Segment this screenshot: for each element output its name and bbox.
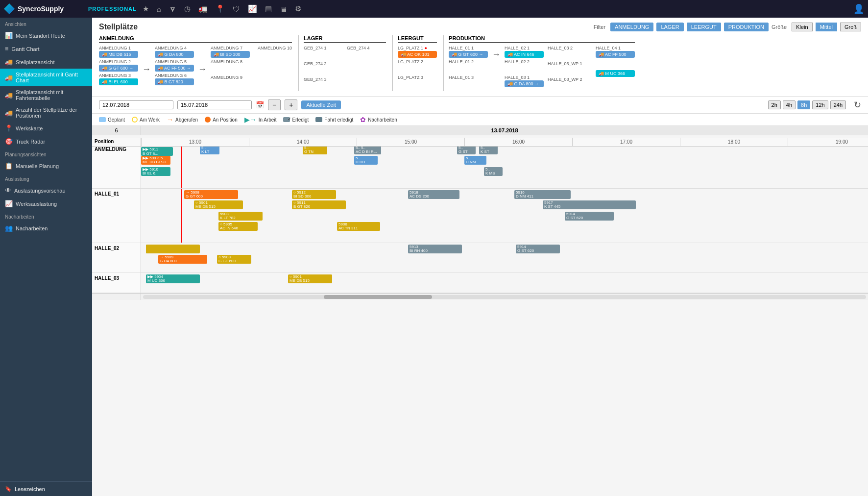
truck-halle04-1[interactable]: 🚚 AC FF 500 xyxy=(596,51,635,58)
size-klein[interactable]: Klein xyxy=(792,23,812,31)
truck-halle02-uc[interactable]: 🚚 M UC 366 xyxy=(596,70,635,77)
bar-5916[interactable]: 5916D NM 411 xyxy=(514,190,571,199)
bar-5904[interactable]: ▶▶ 5904M UC 366 xyxy=(146,274,200,283)
truck-anmeldung-6[interactable]: 🚚 B GT 820 xyxy=(155,78,194,85)
nav-group[interactable]: ⛛ xyxy=(169,5,176,13)
lesezeichen[interactable]: 🔖 Lesezeichen xyxy=(0,481,92,496)
nav-home[interactable]: ⌂ xyxy=(157,5,161,13)
range-4h[interactable]: 4h xyxy=(783,100,796,109)
nav-truck[interactable]: 🚛 xyxy=(198,4,208,13)
gantt-scrollbar[interactable] xyxy=(92,293,868,300)
bar-5911-h01[interactable]: ○ 5911B GT 820 xyxy=(292,200,346,209)
bar-5914-h01[interactable]: 5914G ST 620 xyxy=(565,212,614,221)
bar-5901-h01[interactable]: ○ 5901ME DB 515 xyxy=(194,200,243,209)
bar-5911-h02[interactable]: ○ 5911 xyxy=(146,245,200,253)
bar-5-dhh[interactable]: 5..D HH xyxy=(354,156,378,165)
decrease-date-btn[interactable]: − xyxy=(268,99,281,110)
bar-5909[interactable]: → 5909G DA 800 xyxy=(158,255,207,264)
nav-clock[interactable]: ◷ xyxy=(184,4,191,13)
filter-lager[interactable]: LAGER xyxy=(656,23,683,31)
arrow-1: → xyxy=(142,50,151,89)
sidebar-label-gantt: Gantt Chart xyxy=(12,46,40,52)
sidebar-item-werkskarte[interactable]: 📍 Werkskarte xyxy=(0,122,92,135)
size-mittel[interactable]: Mittel xyxy=(816,23,837,31)
truck-anmeldung-2[interactable]: 🚚 G GT 600 → xyxy=(99,65,138,72)
brand-name: SyncroSupply xyxy=(18,5,64,13)
bar-5-acd[interactable]: 5.. 5..AC D BI R... xyxy=(354,146,381,154)
refresh-icon[interactable]: ↻ xyxy=(854,99,861,110)
section-planung: Planungsansichten xyxy=(0,148,92,159)
scrollbar-track-area[interactable] xyxy=(141,295,868,299)
filter-leergut[interactable]: LEERGUT xyxy=(687,23,721,31)
date-from-input[interactable] xyxy=(99,100,173,109)
range-12h[interactable]: 12h xyxy=(812,100,828,109)
scrollbar-thumb[interactable] xyxy=(324,295,432,299)
filter-anmeldung[interactable]: ANMELDUNG xyxy=(610,23,653,31)
truck-halle03-1[interactable]: 🚚 G DA 800 → xyxy=(505,80,544,87)
truck-anmeldung-7[interactable]: 🚚 BI SD 300 xyxy=(211,51,250,58)
range-2h[interactable]: 2h xyxy=(768,100,781,109)
truck-halle02-1[interactable]: 🚚 AC IN 646 xyxy=(505,51,544,58)
bar-5906[interactable]: 5906AC TN 311 xyxy=(337,222,380,231)
truck-lg-platz-1[interactable]: 🚚 AC OK 101 xyxy=(398,51,437,58)
bar-5914-h02[interactable]: 5914G ST 620 xyxy=(516,245,560,253)
bar-5917[interactable]: 5917K ST 445 xyxy=(543,200,636,209)
bar-5-gtn[interactable]: 5..G TN xyxy=(303,146,327,154)
size-gross[interactable]: Groß xyxy=(840,23,861,31)
slot-halle03-wp2: HALLE_03_WP 2 xyxy=(548,77,592,91)
scrollbar-track[interactable] xyxy=(143,295,866,299)
sidebar-item-mein-standort[interactable]: 📊 Mein Standort Heute xyxy=(0,29,92,42)
bar-5905-h01[interactable]: ○ 5905AC IN 646 xyxy=(218,222,258,231)
sidebar-item-nacharbeiten[interactable]: 👥 Nacharbeiten xyxy=(0,222,92,235)
bar-5908-h02[interactable]: ○ 5908G GT 600 xyxy=(217,255,251,264)
truck-anmeldung-3[interactable]: 🚚 BI EL 600 xyxy=(99,78,138,85)
bar-5918[interactable]: 5918AC DS 200 xyxy=(408,190,459,199)
sidebar-item-auslastungsvorschau[interactable]: 👁 Auslastungsvorschau xyxy=(0,184,92,197)
group-lager: LAGER GEB_274 1 GEB_274 2 xyxy=(298,35,386,91)
nav-location[interactable]: 📍 xyxy=(216,4,225,13)
nav-star[interactable]: ★ xyxy=(143,4,149,13)
range-8h[interactable]: 8h xyxy=(797,100,810,109)
truck-halle01-1[interactable]: 🚚 G GT 600 → xyxy=(449,51,488,58)
date-to-input[interactable] xyxy=(177,100,252,109)
sidebar-item-stellplatz-fahrtentabelle[interactable]: 🚚 Stellplatzansicht mit Fahrtentabelle xyxy=(0,86,92,104)
user-icon[interactable]: 👤 xyxy=(853,3,864,14)
bar-5908-h01[interactable]: → 5908G GT 600 xyxy=(184,190,238,199)
nav-chart[interactable]: 📈 xyxy=(248,4,257,13)
bar-5-dnm[interactable]: 5..D NM xyxy=(464,156,486,165)
filter-produktion[interactable]: PRODUKTION xyxy=(724,23,769,31)
bar-5910[interactable]: ▶▶ 5910BI EL 6... xyxy=(141,167,170,176)
sidebar-item-manuelle-planung[interactable]: 📋 Manuelle Planung xyxy=(0,159,92,173)
bar-590[interactable]: ▶▶ 590 ○ 5...ME DB BI SD... xyxy=(141,156,170,165)
bar-5-klt[interactable]: 5..K LT xyxy=(200,146,219,154)
bar-5-kms[interactable]: 5..K MS xyxy=(484,167,503,176)
truck-anmeldung-5[interactable]: 🚚 AC FF 500 → xyxy=(155,65,194,72)
nav-shield[interactable]: 🛡 xyxy=(233,5,240,13)
nav-monitor[interactable]: 🖥 xyxy=(280,5,287,13)
bar-5913[interactable]: 5913BI RH 400 xyxy=(408,245,462,253)
bar-5-kst1[interactable]: 5..K ST xyxy=(479,146,498,154)
legend-arrow-inarbeit: ▶→ xyxy=(244,116,257,124)
nav-settings[interactable]: ⚙ xyxy=(295,4,301,13)
aktuelle-zeit-btn[interactable]: Aktuelle Zeit xyxy=(301,100,341,109)
bar-5912[interactable]: ○ 5912BI SD 300 xyxy=(292,190,336,199)
bar-5903[interactable]: 5903K LT 782 xyxy=(218,212,263,221)
nav-table[interactable]: ▤ xyxy=(265,4,272,13)
sidebar-item-gantt[interactable]: ≡ Gantt Chart xyxy=(0,42,92,55)
bar-5-gst[interactable]: 5..G ST xyxy=(457,146,476,154)
sidebar-item-anzahl[interactable]: 🚚 Anzahl der Stellplätze der Positionen xyxy=(0,104,92,122)
sidebar-item-stellplatz[interactable]: 🚚 Stellplatzansicht xyxy=(0,55,92,69)
sidebar-item-stellplatz-gantt[interactable]: 🚚 Stellplatzansicht mit Gantt Chart xyxy=(0,69,92,86)
anmeldung-col3: ANMELDUNG 7 🚚 BI SD 300 ANMELDUNG 8 ANME… xyxy=(211,46,250,89)
calendar-icon[interactable]: 📅 xyxy=(256,101,264,109)
bar-5911[interactable]: ▶▶ 5911B GT 8... xyxy=(141,147,173,156)
range-24h[interactable]: 24h xyxy=(830,100,846,109)
truck-anmeldung-1[interactable]: 🚚 ME DB 515 xyxy=(99,51,138,58)
sidebar-item-werksauslastung[interactable]: 📈 Werksauslastung xyxy=(0,197,92,210)
bar-5901-h03[interactable]: ○ 5901ME DB 515 xyxy=(288,274,332,283)
sidebar-item-truck-radar[interactable]: 🎯 Truck Radar xyxy=(0,135,92,148)
sidebar-label-mein-standort: Mein Standort Heute xyxy=(16,33,65,39)
increase-date-btn[interactable]: + xyxy=(285,99,297,110)
gantt-chart-area[interactable]: 6 13.07.2018 Position 13:00 14:00 15:00 … xyxy=(92,126,868,496)
truck-anmeldung-4[interactable]: 🚚 G DA 800 xyxy=(155,51,194,58)
